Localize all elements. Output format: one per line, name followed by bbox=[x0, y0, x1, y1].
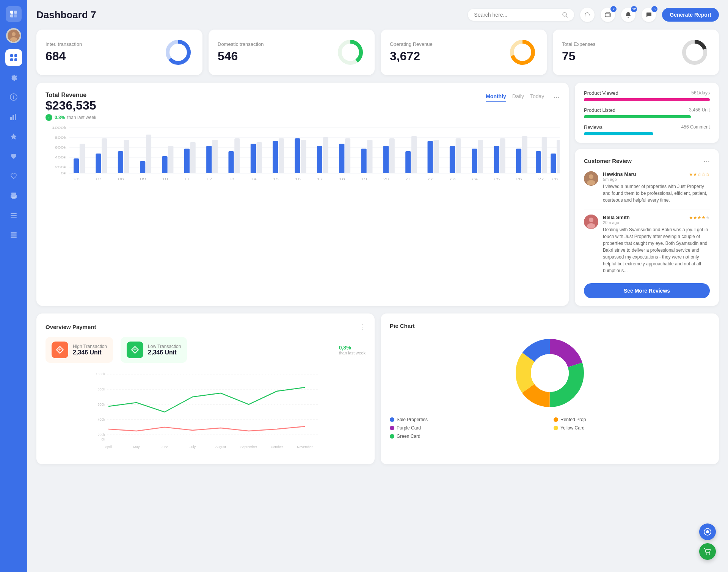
sidebar-item-print[interactable] bbox=[5, 187, 22, 204]
wallet-button[interactable]: 2 bbox=[601, 8, 615, 22]
header: Dashboard 7 2 bbox=[36, 8, 719, 22]
fab-support-button[interactable] bbox=[699, 523, 716, 540]
search-bar[interactable] bbox=[468, 9, 574, 21]
sidebar-item-settings[interactable] bbox=[5, 69, 22, 86]
low-transaction-icon bbox=[127, 342, 143, 358]
review-item: Hawkins Maru ★★☆☆☆ 5m ago I viewed a num… bbox=[584, 171, 710, 204]
payment-trend-label: than last week bbox=[339, 351, 366, 355]
reviews-title: Customer Review bbox=[584, 158, 632, 164]
stat-label-domestic: Domestic transaction bbox=[218, 41, 264, 47]
svg-rect-66 bbox=[190, 142, 196, 173]
stat-label-inter: Inter. transaction bbox=[46, 41, 82, 47]
sidebar-item-info[interactable]: i bbox=[5, 89, 22, 105]
legend-label-sale: Sale Properties bbox=[397, 417, 428, 422]
high-transaction-info: High Transaction 2,346 Unit bbox=[73, 344, 107, 356]
svg-text:1000k: 1000k bbox=[52, 126, 67, 130]
svg-rect-83 bbox=[383, 146, 389, 173]
metrics-card: Product Viewed 561/days Product Listed 3… bbox=[575, 83, 719, 143]
reviews-header: Customer Review ··· bbox=[584, 157, 710, 165]
svg-rect-86 bbox=[411, 136, 417, 173]
svg-rect-82 bbox=[367, 140, 372, 173]
payment-line-chart: 1000k 800k 600k 400k 200k 0k April May J… bbox=[46, 370, 366, 454]
generate-report-button[interactable]: Generate Report bbox=[662, 8, 719, 22]
review-content-1: Hawkins Maru ★★☆☆☆ 5m ago I viewed a num… bbox=[603, 171, 710, 204]
legend-label-rented: Rented Prop bbox=[560, 417, 586, 422]
svg-text:May: May bbox=[133, 445, 140, 449]
fab-cart-button[interactable] bbox=[699, 543, 716, 560]
reviewer-name-2: Bella Smith bbox=[603, 215, 630, 220]
sidebar-item-list[interactable] bbox=[5, 227, 22, 243]
svg-rect-100 bbox=[557, 140, 560, 173]
legend-dot-purple bbox=[390, 426, 394, 430]
user-avatar[interactable] bbox=[6, 28, 21, 43]
review-item-2: Bella Smith ★★★★★ 20m ago Dealing with S… bbox=[584, 215, 710, 274]
svg-text:28: 28 bbox=[552, 177, 558, 181]
sidebar-item-wishlist[interactable] bbox=[5, 168, 22, 184]
svg-rect-91 bbox=[472, 149, 477, 173]
svg-text:800k: 800k bbox=[55, 136, 66, 140]
svg-text:August: August bbox=[215, 445, 226, 449]
svg-rect-60 bbox=[124, 140, 129, 173]
payment-more-button[interactable]: ⋮ bbox=[359, 323, 366, 331]
svg-point-27 bbox=[563, 13, 566, 16]
payment-trend: 0,8% than last week bbox=[339, 337, 366, 363]
tab-today[interactable]: Today bbox=[530, 92, 544, 102]
svg-rect-14 bbox=[13, 115, 14, 120]
revenue-card: Total Revenue $236,535 ↑ 0.8% than last … bbox=[36, 83, 569, 306]
sidebar-item-analytics[interactable] bbox=[5, 108, 22, 125]
svg-text:July: July bbox=[190, 445, 196, 449]
sidebar-item-dashboard[interactable] bbox=[5, 49, 22, 66]
stat-value-revenue: 3,672 bbox=[390, 49, 433, 63]
sidebar: i bbox=[0, 0, 27, 572]
svg-text:27: 27 bbox=[538, 177, 544, 181]
pie-chart-card: Pie Chart bbox=[381, 313, 719, 464]
sidebar-item-liked[interactable] bbox=[5, 148, 22, 165]
svg-text:10: 10 bbox=[162, 177, 168, 181]
svg-rect-74 bbox=[279, 138, 284, 173]
svg-rect-57 bbox=[96, 154, 101, 173]
sidebar-item-menu[interactable] bbox=[5, 207, 22, 224]
svg-rect-81 bbox=[361, 149, 367, 173]
reviews-card: Customer Review ··· Hawkins Maru ★★☆☆☆ 5… bbox=[575, 149, 719, 306]
svg-rect-58 bbox=[102, 138, 107, 173]
svg-rect-93 bbox=[494, 146, 499, 173]
tab-daily[interactable]: Daily bbox=[512, 92, 524, 102]
svg-rect-1 bbox=[14, 11, 17, 14]
svg-point-154 bbox=[531, 354, 569, 392]
svg-point-129 bbox=[587, 223, 595, 229]
payment-stats-row: High Transaction 2,346 Unit Low Transact… bbox=[46, 337, 366, 363]
search-input[interactable] bbox=[474, 12, 559, 18]
reviews-more-button[interactable]: ··· bbox=[703, 157, 710, 165]
svg-rect-88 bbox=[433, 140, 439, 173]
revenue-more-button[interactable]: ··· bbox=[553, 92, 560, 101]
review-time-1: 5m ago bbox=[603, 177, 710, 182]
chat-button[interactable]: 5 bbox=[642, 8, 656, 22]
legend-dot-green bbox=[390, 434, 394, 439]
dark-mode-button[interactable] bbox=[580, 8, 595, 22]
legend-rented-prop: Rented Prop bbox=[554, 417, 710, 422]
tab-monthly[interactable]: Monthly bbox=[486, 92, 506, 102]
sidebar-logo bbox=[6, 6, 22, 22]
trend-label: than last week bbox=[67, 115, 96, 120]
svg-point-126 bbox=[587, 180, 595, 185]
metric-product-listed: Product Listed 3,456 Unit bbox=[584, 107, 710, 118]
svg-point-6 bbox=[10, 37, 17, 42]
revenue-header: Total Revenue $236,535 ↑ 0.8% than last … bbox=[46, 92, 560, 121]
svg-rect-69 bbox=[228, 151, 234, 173]
payment-trend-percent: 0,8% bbox=[339, 345, 366, 351]
stars-1: ★★☆☆☆ bbox=[689, 172, 710, 177]
bell-button[interactable]: 12 bbox=[621, 8, 635, 22]
see-more-reviews-button[interactable]: See More Reviews bbox=[584, 283, 710, 298]
svg-rect-97 bbox=[536, 151, 541, 173]
stat-card-expenses: Total Expenses 75 bbox=[553, 30, 719, 75]
svg-rect-17 bbox=[11, 193, 16, 195]
svg-text:0k: 0k bbox=[61, 171, 66, 176]
svg-rect-79 bbox=[339, 144, 344, 173]
svg-text:19: 19 bbox=[361, 177, 367, 181]
pie-chart-container: Sale Properties Rented Prop Purple Card … bbox=[390, 335, 710, 439]
svg-rect-3 bbox=[14, 14, 17, 17]
sidebar-item-favorites[interactable] bbox=[5, 128, 22, 145]
svg-rect-95 bbox=[516, 149, 521, 173]
svg-rect-65 bbox=[184, 149, 190, 173]
svg-text:14: 14 bbox=[251, 177, 257, 181]
